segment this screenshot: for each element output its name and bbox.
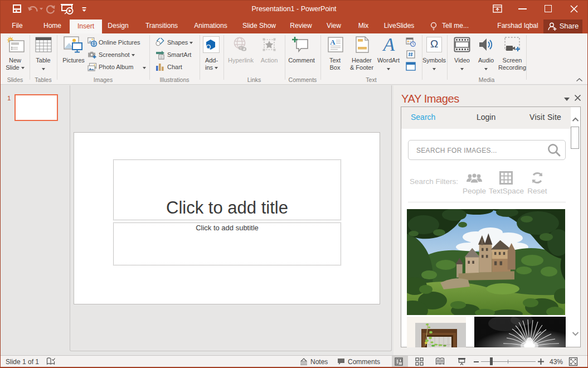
svg-text:A: A <box>330 38 336 46</box>
svg-text:A: A <box>382 36 395 54</box>
